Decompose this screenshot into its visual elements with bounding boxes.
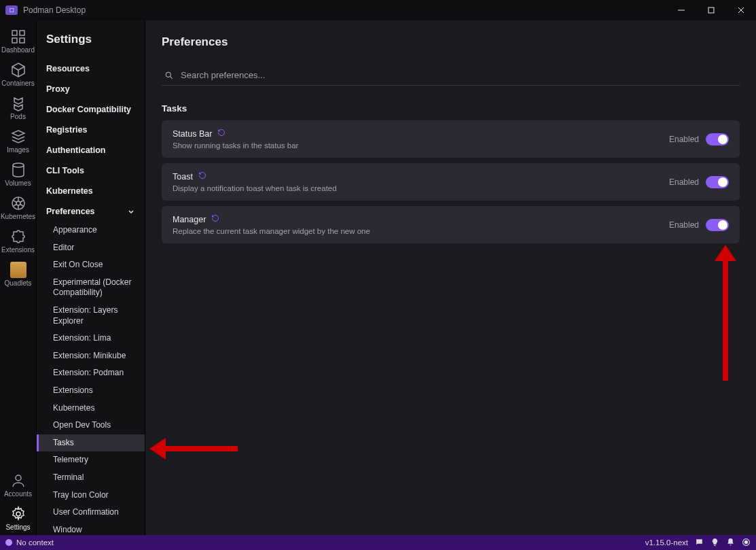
nav-label: Containers [1,80,34,87]
toggle-state: Enabled [669,177,699,187]
nav-settings[interactable]: Settings [0,502,37,535]
nav-dashboard[interactable]: Dashboard [0,24,37,58]
bulb-icon[interactable] [710,538,719,548]
pref-ext-lima[interactable]: Extension: Lima [37,330,145,347]
reset-icon[interactable] [211,214,219,224]
app-title: Podman Desktop [23,5,86,15]
app-logo-icon: ⬚ [5,5,18,15]
search-bar [162,65,740,86]
svg-point-7 [16,201,20,205]
bell-icon[interactable] [726,538,735,548]
window-close-button[interactable] [726,0,756,20]
sidebar-title: Settings [46,33,145,46]
pref-tasks[interactable]: Tasks [37,434,145,452]
activity-bar: Dashboard Containers Pods Images Volumes… [0,20,37,535]
pods-icon [10,95,26,111]
window-maximize-button[interactable] [696,0,726,20]
reset-icon[interactable] [198,171,206,182]
nav-label: Settings [5,523,30,531]
helm-icon [10,195,26,211]
pref-ext-layers-explorer[interactable]: Extension: Layers Explorer [37,302,145,330]
title-bar: ⬚ Podman Desktop [0,0,756,20]
page-title: Preferences [162,35,740,49]
tasks-icon[interactable] [742,538,751,548]
window-minimize-button[interactable] [666,0,696,20]
pref-kubernetes[interactable]: Kubernetes [37,400,145,417]
dashboard-icon [10,29,26,45]
pref-extensions[interactable]: Extensions [37,382,145,400]
svg-point-9 [16,512,20,516]
pref-window[interactable]: Window [37,521,145,535]
sidebar-item-docker-compat[interactable]: Docker Compatibility [37,99,145,120]
svg-rect-1 [12,31,17,35]
sidebar-item-preferences[interactable]: Preferences [37,201,145,222]
sidebar-item-kubernetes[interactable]: Kubernetes [37,181,145,201]
pref-row-desc: Replace the current task manager widget … [173,227,669,235]
nav-label: Dashboard [1,46,35,54]
sidebar-item-authentication[interactable]: Authentication [37,140,145,160]
reset-icon[interactable] [217,128,226,139]
svg-rect-2 [20,31,24,35]
svg-point-10 [166,72,170,77]
nav-images[interactable]: Images [0,124,37,158]
svg-point-5 [13,163,24,167]
sidebar-item-cli-tools[interactable]: CLI Tools [37,160,145,181]
nav-extensions[interactable]: Extensions [0,224,37,258]
pref-row-desc: Show running tasks in the status bar [173,141,669,150]
sidebar-item-registries[interactable]: Registries [37,120,145,140]
settings-sidebar: Settings Resources Proxy Docker Compatib… [37,20,145,535]
sidebar-item-resources[interactable]: Resources [37,58,145,79]
nav-label: Quadlets [4,279,31,287]
chevron-down-icon [127,207,135,216]
status-bar: No context v1.15.0-next [0,535,756,550]
svg-rect-0 [708,7,714,13]
pref-appearance[interactable]: Appearance [37,222,145,239]
window-controls [666,0,756,20]
toggle-switch[interactable] [706,133,729,145]
pref-ext-minikube[interactable]: Extension: Minikube [37,347,145,365]
nav-accounts[interactable]: Accounts [0,468,37,502]
pref-tray-icon-color[interactable]: Tray Icon Color [37,487,145,504]
pref-row-manager: Manager Replace the current task manager… [162,206,740,243]
gear-icon [10,506,26,522]
pref-open-dev-tools[interactable]: Open Dev Tools [37,417,145,434]
pref-ext-podman[interactable]: Extension: Podman [37,364,145,382]
nav-label: Images [7,146,29,154]
nav-quadlets[interactable]: Quadlets [0,258,37,291]
nav-containers[interactable]: Containers [0,58,37,91]
sidebar-item-proxy[interactable]: Proxy [37,79,145,99]
quadlets-icon [10,262,26,278]
pref-experimental-docker[interactable]: Experimental (Docker Compatibility) [37,274,145,302]
nav-volumes[interactable]: Volumes [0,158,37,191]
nav-pods[interactable]: Pods [0,91,37,124]
feedback-icon[interactable] [695,538,704,548]
toggle-state: Enabled [669,220,699,230]
svg-point-8 [16,475,21,481]
section-heading: Tasks [162,103,740,114]
search-icon [164,71,174,80]
nav-kubernetes[interactable]: Kubernetes [0,191,37,224]
toggle-switch[interactable] [706,176,729,188]
search-input[interactable] [179,69,737,81]
toggle-switch[interactable] [706,219,729,231]
pref-terminal[interactable]: Terminal [37,469,145,487]
context-indicator-icon [5,539,12,546]
pref-user-confirmation[interactable]: User Confirmation [37,504,145,521]
kube-context[interactable]: No context [16,538,54,547]
pref-row-toast: Toast Display a notification toast when … [162,163,740,201]
nav-label: Extensions [1,246,35,254]
user-icon [10,472,26,489]
svg-rect-3 [12,38,17,43]
pref-row-title: Toast [173,172,193,182]
layers-icon [10,128,26,145]
pref-editor[interactable]: Editor [37,239,145,257]
nav-label: Kubernetes [1,213,35,220]
pref-telemetry[interactable]: Telemetry [37,451,145,469]
svg-rect-4 [20,38,24,43]
pref-row-status-bar: Status Bar Show running tasks in the sta… [162,120,740,158]
svg-point-12 [744,540,747,543]
pref-exit-on-close[interactable]: Exit On Close [37,256,145,274]
puzzle-icon [10,228,26,245]
pref-row-title: Status Bar [173,129,212,139]
main-content: Preferences Tasks Status Bar Show runnin… [145,20,756,535]
